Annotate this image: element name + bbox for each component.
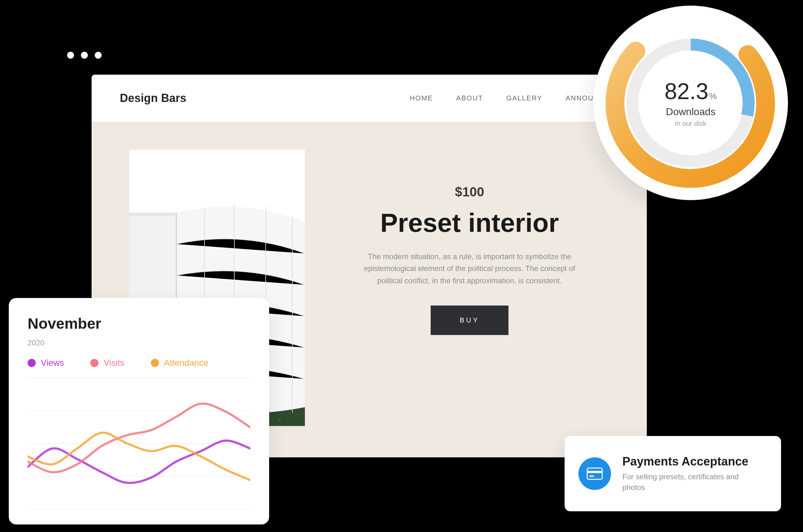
product-price: $100 xyxy=(324,185,615,200)
analytics-legend: Views Visits Attendance xyxy=(27,358,250,368)
payments-title: Payments Acceptance xyxy=(622,455,757,468)
legend-dot-icon xyxy=(90,359,98,367)
legend-dot-icon xyxy=(151,359,159,367)
window-dot-icon xyxy=(81,52,88,59)
analytics-line-chart xyxy=(27,377,250,509)
legend-dot-icon xyxy=(27,359,36,367)
window-dot-icon xyxy=(67,52,74,59)
analytics-year: 2020 xyxy=(27,339,250,347)
donut-label: Downloads xyxy=(664,106,717,118)
donut-value: 82.3 xyxy=(664,79,708,104)
analytics-title: November xyxy=(27,315,250,332)
site-brand: Design Bars xyxy=(120,92,186,105)
nav-link-about[interactable]: ABOUT xyxy=(456,94,483,102)
legend-label: Visits xyxy=(103,358,124,368)
product-title: Preset interior xyxy=(324,208,615,238)
payments-subtitle: For selling presets, certificates and ph… xyxy=(622,472,757,493)
donut-percent-symbol: % xyxy=(709,91,717,101)
legend-label: Attendance xyxy=(164,358,209,368)
nav-link-gallery[interactable]: GALLERY xyxy=(506,94,542,102)
legend-item-visits[interactable]: Visits xyxy=(90,358,124,368)
donut-sublabel: in our disk xyxy=(664,119,717,128)
legend-label: Views xyxy=(41,358,64,368)
svg-point-9 xyxy=(279,419,281,421)
credit-card-icon xyxy=(578,457,611,490)
svg-rect-16 xyxy=(587,471,602,473)
nav-link-home[interactable]: HOME xyxy=(410,94,433,102)
buy-button[interactable]: BUY xyxy=(431,305,508,335)
downloads-donut-widget: 82.3% Downloads in our disk xyxy=(593,6,788,200)
legend-item-views[interactable]: Views xyxy=(27,358,64,368)
site-nav: HOME ABOUT GALLERY ANNOUNCEME xyxy=(410,94,622,102)
window-traffic-lights xyxy=(67,52,102,59)
svg-rect-15 xyxy=(587,468,602,479)
hero-text-block: $100 Preset interior The modern situatio… xyxy=(324,150,615,426)
window-dot-icon xyxy=(95,52,102,59)
legend-item-attendance[interactable]: Attendance xyxy=(151,358,209,368)
product-description: The modern situation, as a rule, is impo… xyxy=(353,251,586,287)
site-header: Design Bars HOME ABOUT GALLERY ANNOUNCEM… xyxy=(92,75,647,122)
analytics-card: November 2020 Views Visits Attendance xyxy=(9,298,269,525)
svg-rect-17 xyxy=(589,476,594,477)
payments-feature-card: Payments Acceptance For selling presets,… xyxy=(565,436,781,511)
